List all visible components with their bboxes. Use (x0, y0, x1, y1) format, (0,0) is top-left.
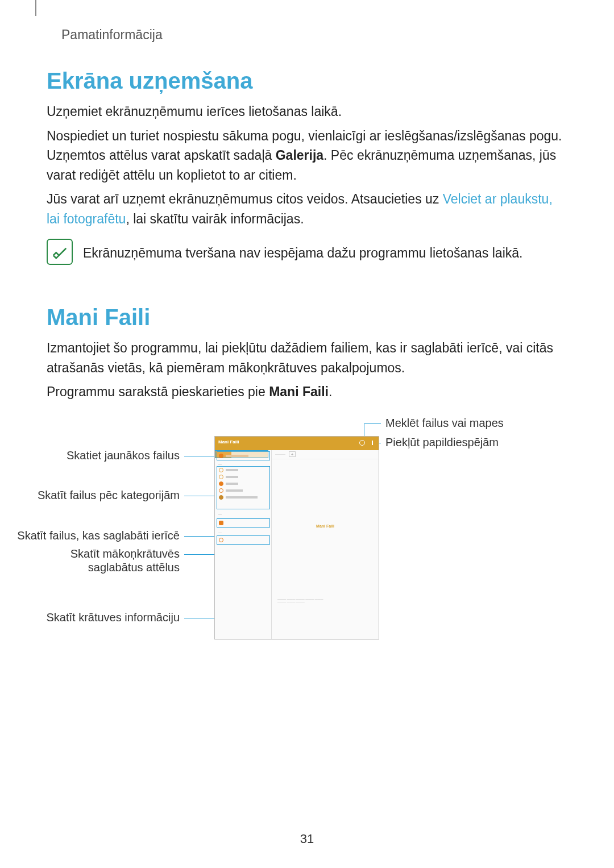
page-number: 31 (0, 832, 614, 846)
paragraph: Jūs varat arī uzņemt ekrānuzņēmumus cito… (47, 189, 567, 229)
search-icon (359, 440, 365, 446)
callout-search: Meklēt failus vai mapes (385, 417, 504, 430)
add-button: + (289, 451, 296, 457)
cloud-storage-row (217, 535, 270, 545)
breadcrumb: Pamatinformācija (61, 27, 163, 43)
local-storage-row (217, 518, 270, 528)
note-icon (47, 239, 73, 265)
categories-box (217, 466, 270, 509)
recent-files-row (217, 451, 270, 460)
callout-local: Skatīt failus, kas saglabāti ierīcē (1, 529, 180, 542)
more-icon (370, 440, 375, 446)
paragraph: Uzņemiet ekrānuzņēmumu ierīces lietošana… (47, 102, 567, 122)
section-title-myfiles: Mani Faili (47, 305, 567, 330)
paragraph: Izmantojiet šo programmu, lai piekļūtu d… (47, 338, 567, 377)
phone-mock: Mani Faili — (214, 436, 379, 639)
note-text: Ekrānuzņēmuma tveršana nav iespējama daž… (83, 239, 522, 263)
paragraph: Programmu sarakstā pieskarieties pie Man… (47, 382, 567, 402)
paragraph: Nospiediet un turiet nospiestu sākuma po… (47, 126, 567, 185)
callout-recent: Skatiet jaunākos failus (52, 449, 180, 462)
callout-storage: Skatīt krātuves informāciju (30, 611, 180, 624)
my-files-diagram: Meklēt failus vai mapes Piekļūt papildie… (47, 419, 567, 658)
callout-categories: Skatīt failus pēc kategorijām (24, 489, 180, 502)
callout-options: Piekļūt papildiespējām (385, 436, 499, 449)
callout-cloud-2: saglabātus attēlus (58, 561, 180, 574)
section-title-screenshot: Ekrāna uzņemšana (47, 68, 567, 94)
callout-cloud-1: Skatīt mākoņkrātuvēs (58, 547, 180, 560)
